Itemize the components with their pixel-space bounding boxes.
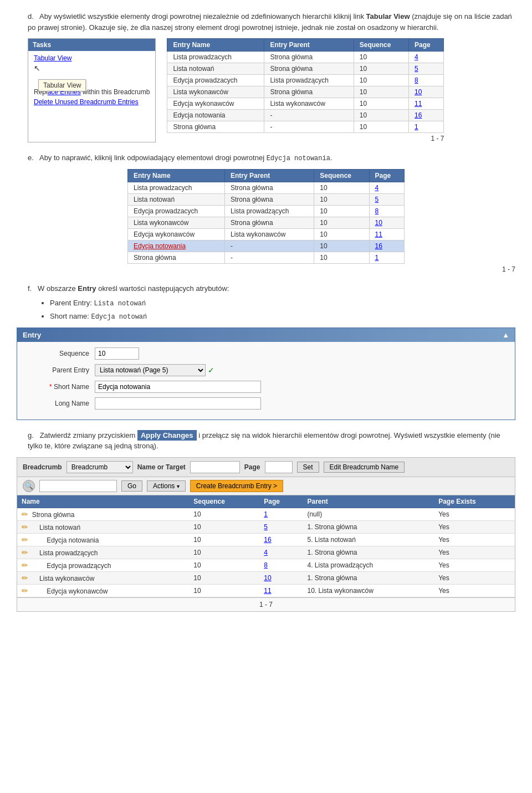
cursor-indicator: ↖ <box>34 64 40 73</box>
section-d-text: d. Aby wyświetlić wszystkie elementy dro… <box>28 11 515 33</box>
entry-page-cell: 16 <box>408 110 443 121</box>
code-edycja-nowan: Edycja notowań <box>91 313 147 321</box>
entry-up-icon[interactable]: ▲ <box>502 331 509 339</box>
edit-icon[interactable]: ✏ <box>22 586 28 595</box>
entry-parent-cell: - <box>224 252 314 264</box>
table1-wrapper: Entry Name Entry Parent Sequence Page Li… <box>167 38 444 142</box>
entry-page-cell: 11 <box>408 98 443 110</box>
entry-seq-cell: 10 <box>314 229 369 241</box>
hier-seq-cell: 10 <box>189 508 259 520</box>
table1-col-name: Entry Name <box>167 39 264 52</box>
bullet-short-name: Short name: Edycja notowań <box>50 311 515 322</box>
set-button[interactable]: Set <box>297 462 319 473</box>
code-lista-nowan: Lista notowań <box>94 300 146 308</box>
tasks-title: Tasks <box>28 39 155 51</box>
actions-button[interactable]: Actions ▾ <box>147 480 186 492</box>
hier-parent-cell: 4. Lista prowadzących <box>303 559 434 571</box>
table-row: Strona główna - 10 1 <box>167 121 444 133</box>
entry-page-cell: 5 <box>369 194 404 206</box>
hier-parent-cell: (null) <box>303 508 434 520</box>
entry-page-cell: 10 <box>369 217 404 229</box>
entry-parent-cell: Lista prowadzących <box>224 206 314 217</box>
table-row: Edycja wykonawców Lista wykonawców 10 11 <box>128 229 405 241</box>
entry-parent-cell: Lista wykonawców <box>224 229 314 241</box>
parent-entry-wrapper: Lista notowań (Page 5) ✓ <box>95 364 214 376</box>
edit-icon[interactable]: ✏ <box>22 574 28 582</box>
form-label-parent-entry: Parent Entry <box>28 366 95 374</box>
edit-icon[interactable]: ✏ <box>22 523 28 531</box>
form-row-long-name: Long Name <box>28 397 504 410</box>
hier-table-wrapper: Name Sequence Page Parent Page Exists ✏ … <box>17 495 515 598</box>
entry-page-cell: 8 <box>408 75 443 86</box>
table-row: Lista prowadzacych Strona główna 10 4 <box>128 182 405 194</box>
hier-exists-cell: Yes <box>434 571 515 584</box>
entry-name-cell: Edycja prowadzacych <box>167 75 264 86</box>
hier-page-cell: 16 <box>259 533 303 546</box>
table-row: ✏ Edycja prowadzących 10 8 4. Lista prow… <box>17 559 515 571</box>
entry-seq-cell: 10 <box>354 121 408 133</box>
parent-entry-select[interactable]: Lista notowań (Page 5) <box>95 364 206 376</box>
entry-seq-cell: 10 <box>314 194 369 206</box>
hier-page-cell: 8 <box>259 559 303 571</box>
edit-icon[interactable]: ✏ <box>22 561 28 570</box>
table2-wrapper: Entry Name Entry Parent Sequence Page Li… <box>127 169 515 273</box>
hier-col-parent: Parent <box>303 495 434 508</box>
search-input[interactable] <box>39 480 117 492</box>
entry-seq-cell: 10 <box>354 98 408 110</box>
edit-icon[interactable]: ✏ <box>22 535 28 544</box>
table2-col-seq: Sequence <box>314 170 369 182</box>
table2: Entry Name Entry Parent Sequence Page Li… <box>127 169 405 264</box>
hier-parent-cell: 10. Lista wykonawców <box>303 584 434 597</box>
entry-parent-cell: Lista prowadzących <box>264 75 354 86</box>
table-row: ✏ Lista wykonawców 10 10 1. Strona główn… <box>17 571 515 584</box>
table2-col-name: Entry Name <box>128 170 225 182</box>
create-breadcrumb-entry-button[interactable]: Create Breadcrumb Entry > <box>190 480 283 492</box>
edit-icon[interactable]: ✏ <box>22 510 28 519</box>
sequence-input[interactable] <box>95 347 139 360</box>
entry-page-cell: 4 <box>408 52 443 63</box>
entry-name-cell: Edycja notowania <box>128 241 225 252</box>
name-target-input[interactable] <box>190 461 240 473</box>
table-row: Edycja notowania - 10 16 <box>128 241 405 252</box>
table1-head: Entry Name Entry Parent Sequence Page <box>167 39 444 52</box>
table-row: Lista wykonawców Strona główna 10 10 <box>128 217 405 229</box>
form-row-sequence: Sequence <box>28 347 504 360</box>
section-g: g. Zatwierdź zmiany przyciskiem Apply Ch… <box>17 430 515 612</box>
form-row-parent-entry: Parent Entry Lista notowań (Page 5) ✓ <box>28 364 504 376</box>
hier-parent-cell: 1. Strona główna <box>303 520 434 533</box>
table-row: Lista notowań Strona główna 10 5 <box>167 63 444 75</box>
bullet-parent-entry: Parent Entry: Lista notowań <box>50 298 515 309</box>
delete-unused-link[interactable]: Delete Unused Breadcrumb Entries <box>34 98 150 106</box>
entry-seq-cell: 10 <box>314 252 369 264</box>
edit-icon[interactable]: ✏ <box>22 548 28 557</box>
entry-name-cell: Edycja notowania <box>167 110 264 121</box>
table2-col-parent: Entry Parent <box>224 170 314 182</box>
entry-parent-cell: Strona główna <box>224 182 314 194</box>
edit-breadcrumb-name-button[interactable]: Edit Breadcrumb Name <box>324 462 405 473</box>
hier-exists-cell: Yes <box>434 533 515 546</box>
section-f: f. W obszarze Entry określ wartości nast… <box>17 283 515 420</box>
name-target-label: Name or Target <box>137 463 186 471</box>
breadcrumb-label: Breadcrumb <box>23 463 62 471</box>
go-button[interactable]: Go <box>121 480 142 492</box>
search-bar: 🔍 Go Actions ▾ Create Breadcrumb Entry > <box>17 477 515 495</box>
breadcrumb-control-bar: Breadcrumb Breadcrumb Name or Target Pag… <box>17 457 515 477</box>
table1-body: Lista prowadzacych Strona główna 10 4 Li… <box>167 52 444 133</box>
entry-parent-cell: Strona główna <box>224 217 314 229</box>
hier-parent-cell: 1. Strona główna <box>303 571 434 584</box>
breadcrumb-select[interactable]: Breadcrumb <box>66 461 133 473</box>
select-check-icon: ✓ <box>208 366 214 375</box>
short-name-input[interactable] <box>95 381 261 393</box>
section-e-text: e. Aby to naprawić, kliknij link odpowia… <box>28 152 515 163</box>
hier-exists-cell: Yes <box>434 546 515 559</box>
hier-name-cell: ✏ Edycja notowania <box>17 533 189 546</box>
hier-exists-cell: Yes <box>434 584 515 597</box>
table1-col-seq: Sequence <box>354 39 408 52</box>
page-input[interactable] <box>265 461 293 473</box>
hier-name-cell: ✏ Lista prowadzących <box>17 546 189 559</box>
table-row: Lista notowań Strona główna 10 5 <box>128 194 405 206</box>
hier-exists-cell: Yes <box>434 508 515 520</box>
entry-page-cell: 16 <box>369 241 404 252</box>
long-name-input[interactable] <box>95 397 261 410</box>
tabular-view-link[interactable]: Tabular View <box>34 54 150 62</box>
